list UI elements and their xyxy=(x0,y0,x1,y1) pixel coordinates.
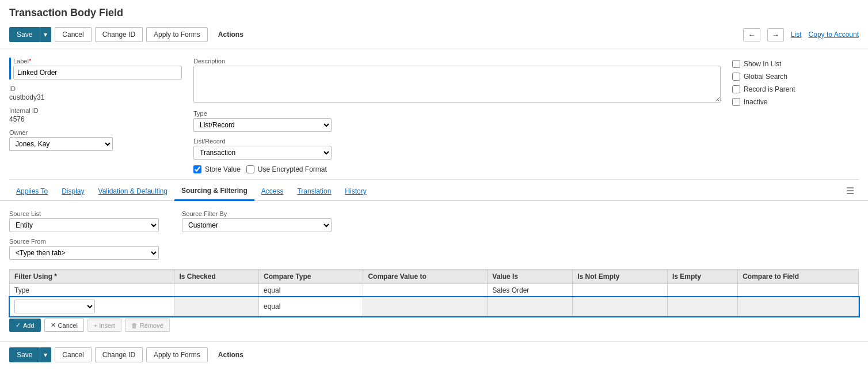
label-input[interactable] xyxy=(13,66,182,79)
cancel-bottom-button[interactable]: Cancel xyxy=(55,347,91,362)
tab-menu-icon[interactable]: ☰ xyxy=(842,183,859,199)
table-row: Type equal Sales Order xyxy=(10,284,859,297)
id-field-label: ID xyxy=(9,85,182,92)
insert-button[interactable]: + Insert xyxy=(87,319,121,332)
type-select[interactable]: List/Record xyxy=(193,118,332,132)
top-toolbar: Save ▾ Cancel Change ID Apply to Forms A… xyxy=(0,24,868,48)
add-button[interactable]: ✓ Add xyxy=(9,319,41,332)
col-compare-to-field: Compare to Field xyxy=(738,270,859,284)
row-is-not-empty xyxy=(573,284,668,297)
row-value-is: Sales Order xyxy=(488,284,573,297)
edit-is-not-empty-cell xyxy=(573,297,668,316)
inactive-label[interactable]: Inactive xyxy=(732,98,859,106)
type-field-group: Type List/Record xyxy=(193,110,721,132)
owner-label: Owner xyxy=(9,129,182,136)
actions-bottom-button[interactable]: Actions xyxy=(211,348,250,362)
list-record-select[interactable]: Transaction xyxy=(193,146,332,160)
cancel-row-button[interactable]: ✕ Cancel xyxy=(44,319,84,332)
copy-to-account-link[interactable]: Copy to Account xyxy=(809,31,859,39)
edit-filter-using-cell[interactable] xyxy=(10,297,174,316)
apply-to-forms-bottom-button[interactable]: Apply to Forms xyxy=(146,347,208,362)
form-mid-col: Description Type List/Record List/Record… xyxy=(193,58,721,173)
change-id-bottom-button[interactable]: Change ID xyxy=(95,347,143,362)
trash-icon: 🗑 xyxy=(131,322,138,329)
form-left-col: Label* ID custbody31 Internal ID 4576 Ow… xyxy=(9,58,182,173)
save-bottom-button[interactable]: Save xyxy=(9,347,40,362)
save-button[interactable]: Save xyxy=(9,27,40,42)
source-list-select[interactable]: Entity xyxy=(9,218,159,232)
row-is-empty xyxy=(667,284,737,297)
record-is-parent-label[interactable]: Record is Parent xyxy=(732,85,859,93)
id-field-value: custbody31 xyxy=(9,93,182,101)
cancel-button[interactable]: Cancel xyxy=(55,27,91,42)
description-textarea[interactable] xyxy=(193,66,721,103)
tab-access[interactable]: Access xyxy=(254,183,291,200)
source-list-col: Source List Entity Source From <Type the… xyxy=(9,210,159,260)
remove-button[interactable]: 🗑 Remove xyxy=(125,319,170,332)
row-compare-value-to xyxy=(363,284,488,297)
edit-row: equal xyxy=(10,297,859,316)
tab-validation-defaulting[interactable]: Validation & Defaulting xyxy=(92,183,175,200)
row-filter-using: Type xyxy=(10,284,174,297)
edit-compare-value-to-cell xyxy=(363,297,488,316)
use-encrypted-checkbox[interactable] xyxy=(246,165,254,173)
edit-compare-type-cell: equal xyxy=(258,297,363,316)
inactive-checkbox[interactable] xyxy=(732,98,740,106)
source-filter-by-select[interactable]: Customer xyxy=(182,218,332,232)
show-in-list-label[interactable]: Show In List xyxy=(732,60,859,68)
use-encrypted-checkbox-label[interactable]: Use Encrypted Format xyxy=(246,165,327,173)
global-search-label[interactable]: Global Search xyxy=(732,73,859,81)
tabs-bar: Applies To Display Validation & Defaulti… xyxy=(0,182,868,201)
list-record-field-group: List/Record Transaction xyxy=(193,138,721,160)
edit-is-empty-cell xyxy=(667,297,737,316)
row-compare-type: equal xyxy=(258,284,363,297)
source-from-select[interactable]: <Type then tab> xyxy=(9,246,159,260)
id-field-group: ID custbody31 xyxy=(9,85,182,101)
form-section: Label* ID custbody31 Internal ID 4576 Ow… xyxy=(0,48,868,179)
sourcing-grid: Source List Entity Source From <Type the… xyxy=(9,210,859,260)
description-label: Description xyxy=(193,58,721,65)
apply-to-forms-button[interactable]: Apply to Forms xyxy=(146,27,208,42)
filter-table: Filter Using * Is Checked Compare Type C… xyxy=(9,269,859,316)
store-value-row: Store Value Use Encrypted Format xyxy=(193,165,721,173)
type-label: Type xyxy=(193,110,721,117)
global-search-checkbox[interactable] xyxy=(732,73,740,81)
internal-id-label: Internal ID xyxy=(9,107,182,114)
row-is-checked xyxy=(174,284,259,297)
col-filter-using: Filter Using * xyxy=(10,270,174,284)
edit-compare-to-field-cell xyxy=(738,297,859,316)
row-compare-to-field xyxy=(738,284,859,297)
store-value-checkbox[interactable] xyxy=(193,165,201,173)
tab-applies-to[interactable]: Applies To xyxy=(9,183,55,200)
col-compare-type: Compare Type xyxy=(258,270,363,284)
save-bottom-arrow-button[interactable]: ▾ xyxy=(40,347,51,362)
store-value-checkbox-label[interactable]: Store Value xyxy=(193,165,241,173)
nav-next-button[interactable]: → xyxy=(767,28,784,41)
list-link[interactable]: List xyxy=(791,31,802,39)
col-compare-value-to: Compare Value to xyxy=(363,270,488,284)
source-filter-by-col: Source Filter By Customer xyxy=(182,210,332,260)
owner-select[interactable]: Jones, Kay xyxy=(9,137,113,151)
save-arrow-button[interactable]: ▾ xyxy=(40,27,51,42)
bottom-toolbar: Save ▾ Cancel Change ID Apply to Forms A… xyxy=(0,341,868,368)
tab-display[interactable]: Display xyxy=(55,183,91,200)
actions-button[interactable]: Actions xyxy=(211,28,250,41)
tab-translation[interactable]: Translation xyxy=(290,183,338,200)
record-is-parent-checkbox[interactable] xyxy=(732,85,740,93)
page-title: Transaction Body Field xyxy=(0,0,868,24)
show-in-list-checkbox[interactable] xyxy=(732,60,740,68)
change-id-button[interactable]: Change ID xyxy=(95,27,143,42)
list-record-label: List/Record xyxy=(193,138,721,145)
tab-content-sourcing: Source List Entity Source From <Type the… xyxy=(0,201,868,341)
description-field-group: Description xyxy=(193,58,721,104)
internal-id-field-group: Internal ID 4576 xyxy=(9,107,182,123)
col-is-checked: Is Checked xyxy=(174,270,259,284)
form-right-col: Show In List Global Search Record is Par… xyxy=(732,58,859,173)
edit-row-actions: ✓ Add ✕ Cancel + Insert 🗑 Remove xyxy=(9,319,859,332)
nav-prev-button[interactable]: ← xyxy=(743,28,760,41)
col-value-is: Value Is xyxy=(488,270,573,284)
col-is-empty: Is Empty xyxy=(667,270,737,284)
tab-history[interactable]: History xyxy=(338,183,373,200)
tab-sourcing-filtering[interactable]: Sourcing & Filtering xyxy=(174,182,254,201)
edit-filter-using-select[interactable] xyxy=(14,300,95,313)
